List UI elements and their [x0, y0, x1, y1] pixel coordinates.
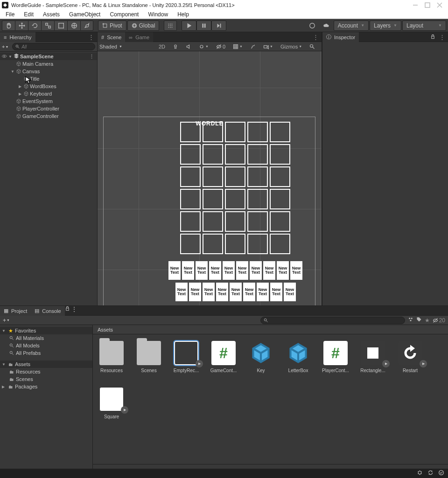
- hierarchy-item-wordboxes[interactable]: ▶ WordBoxes: [0, 83, 97, 90]
- hidden-toggle[interactable]: 0: [216, 44, 225, 49]
- effects-toggle[interactable]: ▼: [199, 44, 209, 49]
- status-bug-icon[interactable]: [417, 470, 423, 477]
- svg-point-32: [175, 45, 177, 47]
- status-check-icon[interactable]: [438, 470, 444, 477]
- global-toggle[interactable]: Global: [127, 21, 160, 31]
- inspector-tab[interactable]: ⓘ Inspector: [322, 32, 359, 42]
- gizmos-dropdown[interactable]: Gizmos▼: [280, 44, 302, 49]
- folder-scenes[interactable]: 🖿Scenes: [0, 375, 92, 383]
- asset-square[interactable]: ▶Square: [99, 387, 124, 419]
- play-button[interactable]: [182, 21, 196, 31]
- scale-tool-button[interactable]: [41, 21, 54, 31]
- hierarchy-item-title[interactable]: Title: [0, 75, 97, 83]
- asset-gamecontroller[interactable]: #GameCont...: [211, 341, 236, 373]
- svg-point-20: [168, 25, 169, 26]
- hierarchy-item-playercontroller[interactable]: PlayerController: [0, 105, 97, 112]
- svg-point-18: [170, 23, 171, 24]
- snap-toggle[interactable]: [164, 21, 177, 31]
- transform-tool-button[interactable]: [67, 21, 80, 31]
- layout-dropdown[interactable]: Layout▼: [402, 21, 446, 31]
- menu-file[interactable]: File: [2, 11, 18, 18]
- scene-search-icon[interactable]: [309, 44, 315, 49]
- menu-window[interactable]: Window: [144, 11, 172, 18]
- maximize-button[interactable]: [425, 2, 430, 8]
- hierarchy-item-eventsystem[interactable]: EventSystem: [0, 97, 97, 105]
- folder-resources[interactable]: 🖿Resources: [0, 368, 92, 375]
- asset-playercontroller[interactable]: #PlayerCont...: [323, 341, 348, 373]
- panel-menu-icon[interactable]: ⋮: [71, 306, 77, 312]
- menu-assets[interactable]: Assets: [39, 11, 63, 18]
- scene-viewport[interactable]: WORDLE NewTextNewTextNewTextNewTextNewTe…: [98, 51, 322, 305]
- menu-gameobject[interactable]: GameObject: [65, 11, 104, 18]
- sprite-icon: [398, 341, 422, 365]
- svg-point-13: [103, 23, 104, 24]
- tools-toggle[interactable]: [250, 44, 256, 49]
- save-search-icon[interactable]: ★: [425, 317, 430, 324]
- panel-menu-icon[interactable]: ⋮: [313, 34, 319, 41]
- close-button[interactable]: [437, 2, 442, 8]
- hierarchy-search-input[interactable]: [12, 43, 95, 50]
- hierarchy-item-maincamera[interactable]: Main Camera: [0, 60, 97, 68]
- filter-by-type-icon[interactable]: [408, 317, 413, 324]
- console-tab[interactable]: ▤ Console: [31, 306, 64, 316]
- inspector-lock-icon[interactable]: [430, 34, 435, 41]
- hand-tool-button[interactable]: [2, 21, 15, 31]
- camera-toggle[interactable]: ▼: [263, 44, 273, 49]
- asset-resources[interactable]: Resources: [99, 341, 124, 373]
- project-lock-icon[interactable]: [65, 306, 70, 312]
- asset-scenes[interactable]: Scenes: [137, 341, 161, 373]
- status-autorefresh-icon[interactable]: [427, 470, 434, 477]
- light-toggle[interactable]: [173, 44, 178, 49]
- packages-header[interactable]: ▶🖿 Packages: [0, 383, 92, 390]
- hierarchy-item-gamecontroller[interactable]: GameController: [0, 112, 97, 120]
- game-tab[interactable]: ∞ Game: [125, 32, 153, 42]
- hierarchy-tree: 👁▼ SampleScene ⋮ Main Camera ▼ Canvas Ti…: [0, 52, 97, 305]
- asset-restart[interactable]: ▶Restart: [398, 341, 422, 373]
- assets-folder-header[interactable]: ▼🖿 Assets: [0, 360, 92, 368]
- panel-menu-icon[interactable]: ⋮: [439, 34, 445, 41]
- move-tool-button[interactable]: [15, 21, 28, 31]
- svg-point-49: [10, 351, 12, 353]
- asset-rectangle[interactable]: ▶Rectangle...: [361, 341, 385, 373]
- rotate-tool-button[interactable]: [28, 21, 41, 31]
- scene-tab[interactable]: # Scene: [98, 32, 125, 42]
- pause-button[interactable]: [196, 21, 211, 31]
- favorites-header[interactable]: ▼★ Favorites: [0, 327, 92, 334]
- breadcrumb[interactable]: Assets: [93, 325, 448, 334]
- cloud-icon[interactable]: [320, 21, 333, 31]
- fav-all-materials[interactable]: All Materials: [0, 334, 92, 342]
- project-search-input[interactable]: [260, 317, 405, 324]
- filter-by-label-icon[interactable]: [416, 317, 422, 324]
- step-button[interactable]: [211, 21, 226, 31]
- menu-edit[interactable]: Edit: [20, 11, 37, 18]
- asset-emptyrectangle[interactable]: ▶EmptyRec...: [174, 341, 198, 373]
- asset-key[interactable]: Key: [249, 341, 273, 373]
- menu-component[interactable]: Component: [106, 11, 142, 18]
- custom-tool-button[interactable]: [80, 21, 93, 31]
- grid-toggle[interactable]: ▼: [233, 44, 243, 49]
- shading-dropdown[interactable]: Shaded ▼: [99, 44, 122, 49]
- 2d-toggle[interactable]: 2D: [159, 44, 165, 49]
- fav-all-prefabs[interactable]: All Prefabs: [0, 349, 92, 357]
- audio-toggle[interactable]: [186, 44, 191, 49]
- scene-item-samplescene[interactable]: 👁▼ SampleScene ⋮: [0, 53, 97, 60]
- hidden-packages-toggle[interactable]: 20: [433, 317, 445, 324]
- asset-letterbox[interactable]: LetterBox: [286, 341, 310, 373]
- hierarchy-tab[interactable]: ≡ Hierarchy: [0, 32, 35, 42]
- collab-icon[interactable]: [306, 21, 319, 31]
- project-tab[interactable]: ▦ Project: [0, 306, 31, 316]
- folder-icon: 🖿: [9, 377, 14, 382]
- scene-context-button[interactable]: ⋮: [89, 54, 94, 60]
- minimize-button[interactable]: [413, 2, 418, 8]
- menu-help[interactable]: Help: [174, 11, 193, 18]
- create-button[interactable]: +▼: [2, 44, 10, 49]
- panel-menu-icon[interactable]: ⋮: [88, 34, 94, 41]
- layers-dropdown[interactable]: Layers▼: [370, 21, 401, 31]
- project-create-button[interactable]: +▼: [3, 317, 11, 324]
- fav-all-models[interactable]: All Models: [0, 342, 92, 349]
- rect-tool-button[interactable]: [54, 21, 67, 31]
- account-dropdown[interactable]: Account▼: [334, 21, 369, 31]
- pivot-toggle[interactable]: Pivot: [98, 21, 126, 31]
- hierarchy-item-canvas[interactable]: ▼ Canvas: [0, 68, 97, 75]
- hierarchy-item-keyboard[interactable]: ▶ Keyboard: [0, 90, 97, 97]
